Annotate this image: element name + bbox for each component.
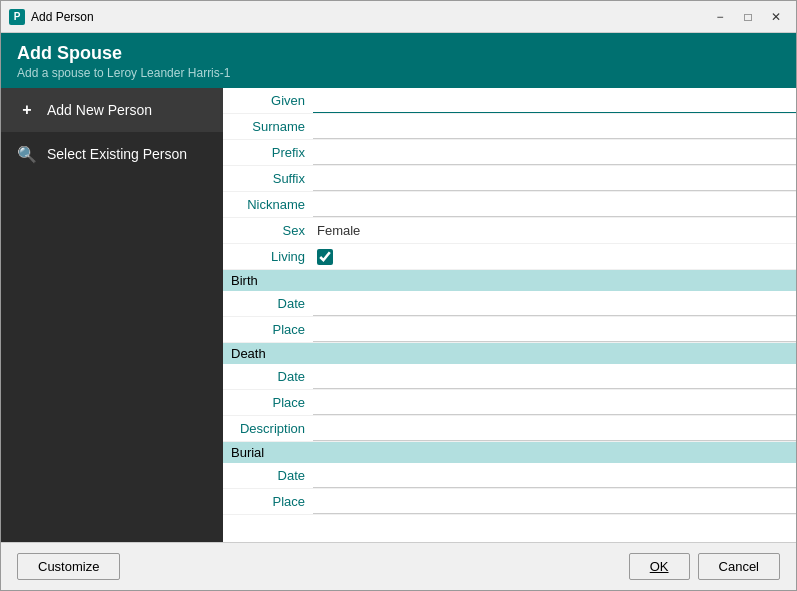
checkbox-living-container <box>313 247 337 267</box>
label-death-description: Description <box>223 421 313 436</box>
section-death: Death <box>223 343 796 364</box>
form-row-surname: Surname <box>223 114 796 140</box>
form-row-nickname: Nickname <box>223 192 796 218</box>
form-row-suffix: Suffix <box>223 166 796 192</box>
form-panel: Given Surname Prefix Suffix Nickname <box>223 88 796 542</box>
label-suffix: Suffix <box>223 171 313 186</box>
input-death-place[interactable] <box>313 391 796 415</box>
label-burial-place: Place <box>223 494 313 509</box>
label-given: Given <box>223 93 313 108</box>
window-controls: − □ ✕ <box>708 7 788 27</box>
section-burial: Burial <box>223 442 796 463</box>
input-surname[interactable] <box>313 115 796 139</box>
label-sex: Sex <box>223 223 313 238</box>
form-row-burial-place: Place <box>223 489 796 515</box>
input-death-date[interactable] <box>313 365 796 389</box>
label-birth-place: Place <box>223 322 313 337</box>
label-surname: Surname <box>223 119 313 134</box>
cancel-button[interactable]: Cancel <box>698 553 780 580</box>
form-row-death-place: Place <box>223 390 796 416</box>
dialog-title: Add Spouse <box>17 43 780 64</box>
sidebar-item-add-new[interactable]: + Add New Person <box>1 88 223 132</box>
close-button[interactable]: ✕ <box>764 7 788 27</box>
form-row-burial-date: Date <box>223 463 796 489</box>
customize-button[interactable]: Customize <box>17 553 120 580</box>
form-row-death-description: Description <box>223 416 796 442</box>
label-birth-date: Date <box>223 296 313 311</box>
input-death-description[interactable] <box>313 417 796 441</box>
form-row-birth-date: Date <box>223 291 796 317</box>
form-row-death-date: Date <box>223 364 796 390</box>
window-icon: P <box>9 9 25 25</box>
input-birth-date[interactable] <box>313 292 796 316</box>
form-row-living: Living <box>223 244 796 270</box>
search-icon: 🔍 <box>17 144 37 164</box>
footer-left: Customize <box>17 553 120 580</box>
minimize-button[interactable]: − <box>708 7 732 27</box>
input-nickname[interactable] <box>313 193 796 217</box>
input-suffix[interactable] <box>313 167 796 191</box>
form-row-given: Given <box>223 88 796 114</box>
label-nickname: Nickname <box>223 197 313 212</box>
input-prefix[interactable] <box>313 141 796 165</box>
input-birth-place[interactable] <box>313 318 796 342</box>
sidebar-item-select-existing-label: Select Existing Person <box>47 146 187 162</box>
title-bar: P Add Person − □ ✕ <box>1 1 796 33</box>
sidebar-item-select-existing[interactable]: 🔍 Select Existing Person <box>1 132 223 176</box>
window-title: Add Person <box>31 10 708 24</box>
input-burial-place[interactable] <box>313 490 796 514</box>
main-window: P Add Person − □ ✕ Add Spouse Add a spou… <box>0 0 797 591</box>
value-sex: Female <box>313 221 796 240</box>
ok-button[interactable]: OK <box>629 553 690 580</box>
content-area: + Add New Person 🔍 Select Existing Perso… <box>1 88 796 542</box>
form-row-prefix: Prefix <box>223 140 796 166</box>
sidebar-item-add-new-label: Add New Person <box>47 102 152 118</box>
form-row-sex: Sex Female <box>223 218 796 244</box>
label-death-date: Date <box>223 369 313 384</box>
checkbox-living[interactable] <box>317 249 333 265</box>
section-birth: Birth <box>223 270 796 291</box>
input-given[interactable] <box>313 89 796 113</box>
label-living: Living <box>223 249 313 264</box>
footer-right: OK Cancel <box>629 553 780 580</box>
dialog-footer: Customize OK Cancel <box>1 542 796 590</box>
label-burial-date: Date <box>223 468 313 483</box>
form-row-birth-place: Place <box>223 317 796 343</box>
plus-icon: + <box>17 100 37 120</box>
dialog-header: Add Spouse Add a spouse to Leroy Leander… <box>1 33 796 88</box>
sidebar: + Add New Person 🔍 Select Existing Perso… <box>1 88 223 542</box>
label-prefix: Prefix <box>223 145 313 160</box>
input-burial-date[interactable] <box>313 464 796 488</box>
maximize-button[interactable]: □ <box>736 7 760 27</box>
dialog-subtitle: Add a spouse to Leroy Leander Harris-1 <box>17 66 780 80</box>
label-death-place: Place <box>223 395 313 410</box>
